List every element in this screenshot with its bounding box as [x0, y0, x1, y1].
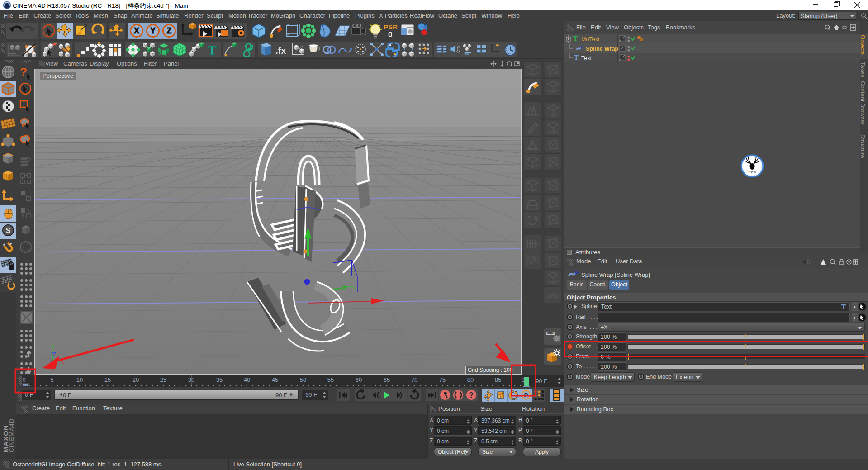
svg-text:.fx: .fx: [275, 46, 286, 56]
svg-text:25: 25: [160, 376, 166, 383]
svg-text:55: 55: [327, 376, 334, 383]
svg-text:P: P: [524, 392, 528, 399]
svg-text:50: 50: [300, 376, 306, 383]
svg-text:65: 65: [384, 376, 390, 383]
svg-text:L=1: L=1: [547, 331, 554, 336]
svg-text:Z: Z: [53, 351, 56, 357]
svg-text:45: 45: [272, 376, 278, 383]
svg-text:Z: Z: [167, 26, 172, 35]
svg-text:X: X: [134, 26, 139, 35]
svg-text:行走者: 行走者: [748, 171, 756, 174]
svg-text:20: 20: [133, 376, 139, 383]
svg-text:10: 10: [76, 376, 83, 383]
svg-text:80: 80: [467, 376, 474, 383]
svg-text:T: T: [208, 43, 217, 57]
svg-text:75: 75: [439, 376, 446, 383]
svg-text:70: 70: [411, 376, 417, 383]
svg-text:S: S: [6, 227, 11, 234]
svg-text:Y: Y: [150, 26, 156, 35]
svg-text:40: 40: [244, 376, 250, 383]
svg-text:5: 5: [50, 376, 53, 383]
svg-text:0: 0: [388, 30, 392, 39]
svg-text:85: 85: [495, 376, 501, 383]
svg-text:15: 15: [104, 376, 111, 383]
svg-text:?: ?: [20, 65, 27, 79]
svg-text:60: 60: [356, 376, 362, 383]
svg-text:0: 0: [22, 376, 25, 383]
svg-text:X: X: [61, 360, 65, 365]
svg-text:?: ?: [469, 391, 474, 399]
svg-text:Y: Y: [51, 344, 55, 350]
svg-text:PSR: PSR: [384, 23, 398, 31]
svg-text:35: 35: [216, 376, 223, 383]
